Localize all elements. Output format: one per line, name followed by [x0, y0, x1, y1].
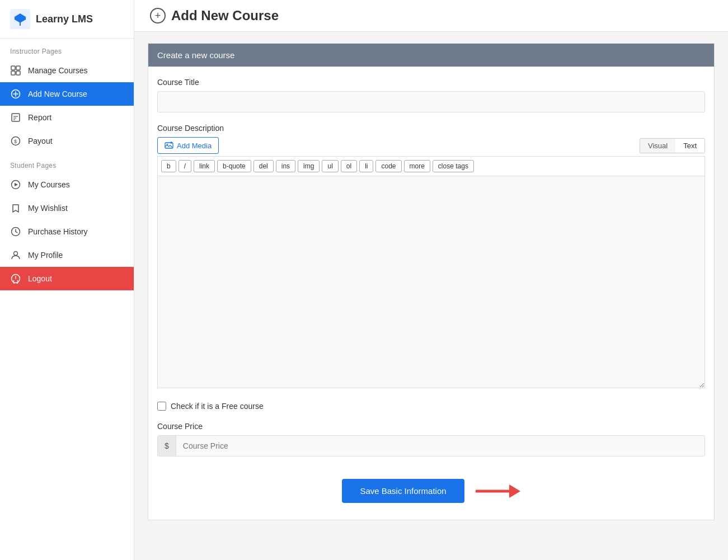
student-pages-label: Student Pages — [0, 153, 134, 173]
format-img[interactable]: img — [298, 160, 320, 172]
free-course-label: Check if it is a Free course — [171, 402, 264, 411]
report-label: Report — [28, 113, 51, 122]
course-title-input[interactable] — [157, 91, 705, 112]
play-circle-icon — [10, 179, 21, 190]
svg-rect-8 — [12, 114, 20, 121]
page-header: + Add New Course — [134, 0, 728, 32]
add-new-course-label: Add New Course — [28, 90, 87, 98]
grid-icon — [10, 65, 21, 76]
logo-icon — [10, 9, 30, 29]
create-course-card: Create a new course Course Title Course … — [148, 43, 715, 520]
svg-rect-1 — [11, 66, 15, 70]
editor-view-tabs: Visual Text — [640, 138, 705, 153]
currency-symbol: $ — [158, 436, 176, 456]
arrow-indicator — [476, 481, 520, 501]
svg-line-18 — [16, 232, 17, 233]
user-icon — [10, 250, 21, 261]
sidebar-item-add-new-course[interactable]: Add New Course — [0, 82, 134, 106]
course-price-input[interactable] — [176, 436, 704, 456]
sidebar-item-payout[interactable]: $ Payout — [0, 129, 134, 153]
course-description-label: Course Description — [157, 124, 705, 133]
format-more[interactable]: more — [404, 160, 430, 172]
sidebar: Learny LMS Instructor Pages Manage Cours… — [0, 0, 134, 560]
add-media-label: Add Media — [177, 142, 212, 150]
format-code[interactable]: code — [375, 160, 401, 172]
svg-marker-27 — [509, 484, 520, 498]
format-li[interactable]: li — [359, 160, 373, 172]
price-input-wrapper: $ — [157, 435, 705, 457]
text-tab[interactable]: Text — [675, 139, 704, 153]
purchase-history-label: Purchase History — [28, 227, 88, 236]
form-body: Course Title Course Description — [148, 67, 714, 520]
visual-tab[interactable]: Visual — [640, 139, 675, 153]
manage-courses-label: Manage Courses — [28, 66, 88, 75]
svg-text:$: $ — [14, 139, 17, 144]
svg-point-19 — [14, 252, 18, 256]
course-price-group: Course Price $ — [157, 422, 705, 457]
course-title-group: Course Title — [157, 78, 705, 112]
format-link[interactable]: link — [194, 160, 215, 172]
my-courses-label: My Courses — [28, 180, 70, 189]
course-price-label: Course Price — [157, 422, 705, 431]
main-content-area: + Add New Course Create a new course Cou… — [134, 0, 728, 560]
format-del[interactable]: del — [253, 160, 274, 172]
editor-toolbar-top: Add Media Visual Text — [157, 137, 705, 154]
save-area: Save Basic Information — [157, 468, 705, 509]
my-profile-label: My Profile — [28, 251, 63, 260]
bookmark-icon — [10, 203, 21, 214]
sidebar-item-my-courses[interactable]: My Courses — [0, 173, 134, 196]
free-course-checkbox[interactable] — [157, 402, 166, 411]
format-bquote[interactable]: b-quote — [217, 160, 251, 172]
course-description-textarea[interactable] — [157, 176, 705, 388]
format-ul[interactable]: ul — [322, 160, 338, 172]
instructor-pages-label: Instructor Pages — [0, 39, 134, 59]
sidebar-item-purchase-history[interactable]: Purchase History — [0, 220, 134, 243]
app-name: Learny LMS — [36, 13, 93, 25]
svg-rect-2 — [16, 66, 20, 70]
format-bold[interactable]: b — [161, 160, 176, 172]
form-card-header: Create a new course — [148, 44, 714, 67]
add-course-header-icon: + — [150, 8, 166, 23]
payout-icon: $ — [10, 135, 21, 147]
svg-marker-15 — [15, 183, 18, 186]
format-ins[interactable]: ins — [276, 160, 295, 172]
sidebar-item-my-wishlist[interactable]: My Wishlist — [0, 196, 134, 220]
form-container: Create a new course Course Title Course … — [134, 32, 728, 531]
add-media-icon — [165, 141, 173, 150]
report-icon — [10, 112, 21, 123]
logo: Learny LMS — [0, 0, 134, 39]
sidebar-item-logout[interactable]: Logout — [0, 267, 134, 290]
format-italic[interactable]: / — [179, 160, 191, 172]
logout-label: Logout — [28, 274, 52, 283]
sidebar-item-report[interactable]: Report — [0, 106, 134, 129]
sidebar-item-my-profile[interactable]: My Profile — [0, 243, 134, 267]
svg-rect-4 — [16, 71, 20, 75]
add-media-button[interactable]: Add Media — [157, 137, 219, 154]
save-basic-information-button[interactable]: Save Basic Information — [342, 479, 464, 503]
my-wishlist-label: My Wishlist — [28, 204, 68, 213]
svg-rect-3 — [11, 71, 15, 75]
course-description-group: Course Description Add Media — [157, 124, 705, 390]
clock-icon — [10, 226, 21, 237]
format-toolbar: b / link b-quote del ins img ul ol li co… — [157, 156, 705, 176]
logout-icon — [10, 273, 21, 284]
format-close-tags[interactable]: close tags — [433, 160, 474, 172]
payout-label: Payout — [28, 137, 53, 145]
plus-circle-icon — [10, 88, 21, 100]
page-title: Add New Course — [171, 8, 279, 23]
course-title-label: Course Title — [157, 78, 705, 87]
free-course-row: Check if it is a Free course — [157, 402, 705, 411]
format-ol[interactable]: ol — [341, 160, 357, 172]
sidebar-item-manage-courses[interactable]: Manage Courses — [0, 59, 134, 82]
